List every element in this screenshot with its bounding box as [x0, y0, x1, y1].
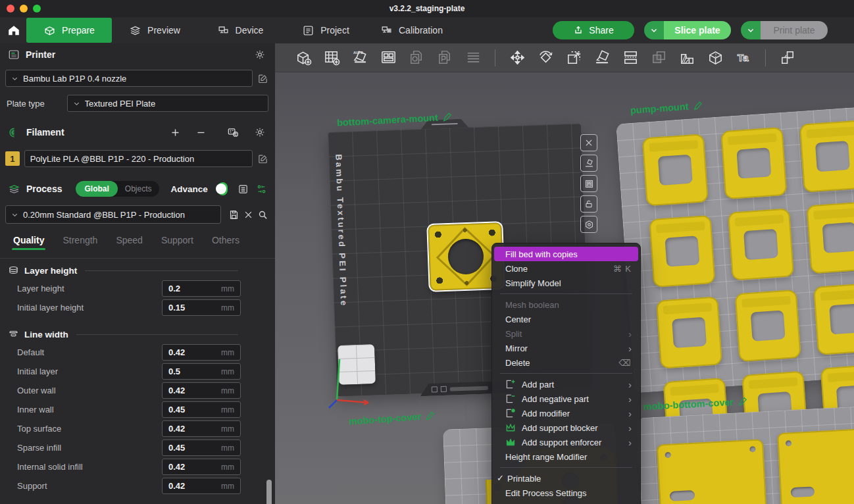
tab-preview[interactable]: Preview [112, 18, 197, 43]
model-pump-mount[interactable] [807, 201, 854, 274]
menu-item-simplify-model[interactable]: Simplify Model [494, 276, 638, 290]
line-width-default-input[interactable]: 0.42mm [162, 344, 241, 361]
initial-layer-height-input[interactable]: 0.15mm [162, 299, 241, 316]
flush-volumes-icon[interactable] [226, 125, 240, 139]
line-width-top-surface-input[interactable]: 0.42mm [162, 420, 241, 437]
layer-height-input[interactable]: 0.2mm [162, 280, 241, 297]
plate-settings-icon[interactable] [580, 216, 597, 233]
paint-support-icon[interactable] [676, 47, 698, 69]
tab-support[interactable]: Support [152, 230, 203, 251]
tab-device[interactable]: Device [197, 18, 283, 43]
arrange-icon[interactable] [377, 47, 399, 69]
home-button[interactable] [3, 19, 25, 41]
line-width-outer-wall-input[interactable]: 0.42mm [162, 382, 241, 399]
model-pump-mount[interactable] [649, 215, 715, 288]
printer-settings-gear-icon[interactable] [253, 47, 267, 62]
print-plate-button[interactable]: Print plate [761, 21, 828, 39]
build-plate-pump-mount[interactable] [616, 106, 854, 393]
add-primitive-icon[interactable] [292, 47, 314, 69]
search-settings-icon[interactable] [255, 207, 270, 222]
line-width-inner-wall-input[interactable]: 0.45mm [162, 401, 241, 418]
menu-item-split[interactable]: Split› [494, 326, 638, 341]
auto-orient-icon[interactable]: AUTO [349, 47, 371, 69]
menu-item-delete[interactable]: Delete⌫ [494, 355, 638, 370]
edit-plate-name-icon[interactable] [441, 112, 452, 122]
plate-label-pump-mount[interactable]: pump-mount [630, 100, 703, 116]
slice-options-button[interactable] [644, 21, 664, 39]
rotate-icon[interactable] [534, 47, 557, 69]
scope-objects-button[interactable]: Objects [118, 184, 159, 193]
build-plate-mobo-bottom-cover[interactable] [637, 406, 854, 504]
menu-item-printable[interactable]: ✓ Printable [494, 471, 638, 486]
menu-item-add-negative-part[interactable]: Add negative part› [494, 391, 638, 406]
plate-type-combobox[interactable]: Textured PEI Plate [67, 95, 268, 112]
copy-icon[interactable] [405, 47, 428, 69]
lock-plate-icon[interactable] [580, 195, 597, 213]
model-mobo-bottom-cover[interactable] [657, 439, 769, 504]
arrange-plate-icon[interactable] [580, 175, 597, 192]
scale-icon[interactable] [563, 47, 585, 69]
edit-plate-name-icon[interactable] [692, 101, 703, 111]
line-width-sparse-infill-input[interactable]: 0.45mm [162, 440, 241, 456]
menu-item-edit-process-settings[interactable]: Edit Process Settings [494, 486, 638, 500]
move-icon[interactable] [506, 47, 528, 69]
menu-item-mesh-boolean[interactable]: Mesh boolean [494, 297, 638, 312]
scope-global-button[interactable]: Global [76, 181, 117, 197]
model-pump-mount[interactable] [720, 127, 787, 199]
menu-item-mirror[interactable]: Mirror› [494, 341, 638, 355]
model-pump-mount[interactable] [813, 283, 854, 355]
menu-item-fill-bed-with-copies[interactable]: Fill bed with copies [494, 247, 638, 261]
reset-preset-icon[interactable] [241, 207, 255, 222]
tab-prepare[interactable]: Prepare [26, 18, 112, 43]
menu-item-clone[interactable]: Clone⌘ K [494, 261, 638, 276]
menu-item-add-modifier[interactable]: Add modifier› [494, 406, 638, 420]
add-plate-icon[interactable] [320, 47, 343, 69]
print-options-button[interactable] [741, 21, 761, 39]
tab-calibration[interactable]: Calibration [368, 18, 455, 43]
model-pump-mount[interactable] [642, 134, 709, 206]
menu-item-edit-in-parameter-table[interactable]: Edit in Parameter Table [494, 500, 638, 504]
save-preset-icon[interactable] [226, 207, 241, 222]
text-tool-icon[interactable]: Ta [732, 47, 755, 69]
edit-plate-name-icon[interactable] [425, 411, 436, 421]
advance-toggle[interactable] [218, 182, 228, 195]
compare-presets-icon[interactable] [238, 182, 249, 196]
line-width-initial-layer-input[interactable]: 0.5mm [162, 363, 241, 380]
assembly-view-icon[interactable] [776, 47, 799, 69]
filament-settings-gear-icon[interactable] [253, 125, 267, 139]
add-filament-icon[interactable] [168, 125, 182, 139]
process-preset-combobox[interactable]: 0.20mm Standard @BBL P1P - Production [5, 205, 221, 224]
share-button[interactable]: Share [553, 21, 634, 39]
variable-layer-height-icon[interactable] [647, 47, 670, 69]
parameter-table-icon[interactable] [256, 182, 267, 196]
edit-printer-icon[interactable] [255, 71, 270, 86]
menu-item-height-range-modifier[interactable]: Height range Modifier [494, 449, 638, 464]
menu-item-center[interactable]: Center [494, 312, 638, 326]
filament-slot-badge[interactable]: 1 [5, 151, 20, 166]
line-width-support-input[interactable]: 0.42mm [162, 478, 241, 494]
lay-on-face-icon[interactable] [591, 47, 613, 69]
tab-project[interactable]: Project [283, 18, 368, 43]
settings-scrollbar-thumb[interactable] [266, 480, 272, 504]
edit-filament-icon[interactable] [255, 151, 270, 166]
model-pump-mount[interactable] [735, 290, 801, 362]
object-list-icon[interactable] [462, 47, 484, 69]
split-icon[interactable] [619, 47, 641, 69]
cut-icon[interactable] [704, 47, 726, 69]
delete-plate-icon[interactable] [580, 134, 597, 151]
menu-item-add-support-enforcer[interactable]: Add support enforcer› [494, 435, 638, 449]
filament-preset-combobox[interactable]: PolyLite PLA @BBL P1P - 220 - Production [24, 150, 253, 167]
menu-item-add-part[interactable]: Add part› [494, 377, 638, 391]
slice-plate-button[interactable]: Slice plate [664, 21, 731, 39]
menu-item-add-support-blocker[interactable]: Add support blocker› [494, 420, 638, 435]
model-mobo-bottom-cover[interactable] [777, 428, 854, 504]
model-pump-mount[interactable] [656, 296, 722, 368]
line-width-internal-solid-infill-input[interactable]: 0.42mm [162, 459, 241, 475]
model-pump-mount[interactable] [799, 120, 854, 192]
tab-strength[interactable]: Strength [53, 230, 107, 251]
tab-speed[interactable]: Speed [107, 230, 151, 251]
auto-orient-plate-icon[interactable] [580, 155, 597, 172]
tab-others[interactable]: Others [203, 230, 249, 251]
edit-plate-name-icon[interactable] [737, 396, 747, 407]
tab-quality[interactable]: Quality [4, 230, 53, 251]
